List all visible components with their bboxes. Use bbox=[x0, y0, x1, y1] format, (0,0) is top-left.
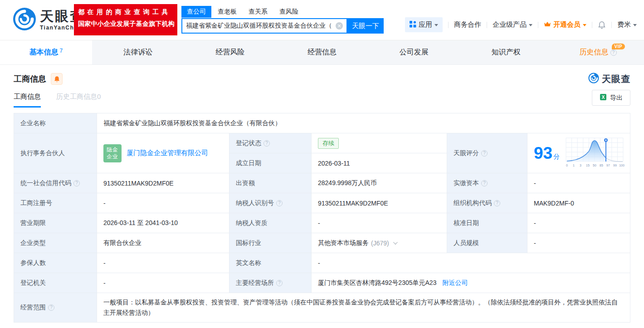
svg-text:1: 1 bbox=[573, 164, 575, 167]
field-label-tianyan-score: 天眼评分 ? bbox=[447, 133, 527, 173]
field-label-main-premises: 主要经营场所 ? bbox=[229, 273, 312, 293]
field-value-national-industry: 其他资本市场服务 (J679) bbox=[312, 233, 447, 253]
tab-company-development[interactable]: 公司发展 bbox=[368, 40, 460, 64]
field-value-registration-status: 存续 bbox=[312, 133, 447, 153]
score-distribution-chart[interactable]: 0 1 3 15 50 85 97 99 100 bbox=[564, 136, 626, 170]
chevron-down-icon bbox=[583, 24, 586, 26]
help-icon[interactable]: ? bbox=[263, 140, 270, 147]
nav-open-vip[interactable]: 开通会员 bbox=[544, 20, 586, 29]
export-button[interactable]: X 导出 bbox=[592, 90, 630, 106]
nav-divider bbox=[611, 22, 612, 28]
watermark-text: 天眼查 bbox=[602, 73, 630, 85]
field-value-contribution: 28249.9998万人民币 bbox=[312, 173, 447, 193]
chevron-down-icon bbox=[434, 24, 438, 26]
nav-business-cooperation[interactable]: 商务合作 bbox=[454, 20, 481, 29]
tab-operating-risk[interactable]: 经营风险 bbox=[184, 40, 276, 64]
field-label-staff-size: 人员规模 bbox=[447, 233, 527, 253]
field-label-business-scope: 经营范围 ? bbox=[14, 293, 97, 322]
svg-text:100: 100 bbox=[619, 164, 624, 167]
field-label-company-name: 企业名称 bbox=[14, 113, 97, 133]
help-icon[interactable]: ? bbox=[276, 280, 283, 286]
nav-enterprise-products[interactable]: 企业级产品 bbox=[493, 20, 532, 29]
svg-text:99: 99 bbox=[613, 164, 617, 167]
help-icon[interactable]: ? bbox=[276, 200, 283, 206]
help-icon[interactable]: ? bbox=[48, 304, 54, 311]
nav-user-menu[interactable]: 费米 bbox=[617, 20, 637, 29]
field-label-taxpayer-id: 纳税人识别号 ? bbox=[229, 193, 312, 213]
field-value-executive-partner: 隐金 企业 厦门隐金企业管理有限公司 bbox=[97, 133, 229, 173]
svg-text:15: 15 bbox=[586, 164, 590, 167]
section-header: 工商信息 天眼查 bbox=[14, 73, 630, 85]
field-value-establish-date: 2026-03-11 bbox=[312, 153, 447, 173]
field-label-registration-number: 工商注册号 bbox=[14, 193, 97, 213]
chevron-down-icon bbox=[633, 24, 637, 26]
tab-legal[interactable]: 法律诉讼 bbox=[92, 40, 184, 64]
company-tabbar: 基本信息 7 法律诉讼 经营风险 经营信息 公司发展 知识产权 VIP 历史信息… bbox=[0, 40, 644, 65]
subtab-history-business-info[interactable]: 历史工商信息0 bbox=[56, 93, 101, 108]
field-value-main-premises: 厦门市集美区杏林湾路492号2305单元A23 附近公司 bbox=[312, 273, 630, 293]
label-text: 组织机构代码 bbox=[454, 199, 492, 207]
tab-operating-info[interactable]: 经营信息 bbox=[276, 40, 368, 64]
tianyancha-logo-icon bbox=[13, 7, 36, 33]
search-area: 查公司 查老板 查关系 查风险 ✕ 天眼一下 bbox=[181, 6, 384, 34]
banner-line2: 国家中小企业发展子基金旗下机构 bbox=[78, 20, 174, 28]
nav-enterprise-label: 企业级产品 bbox=[493, 20, 527, 29]
nav-divider bbox=[592, 22, 592, 28]
search-tab-risk[interactable]: 查风险 bbox=[274, 6, 304, 18]
notification-bell-icon[interactable] bbox=[598, 21, 606, 29]
field-value-approval-date: - bbox=[527, 213, 630, 233]
scope-text: 一般项目：以私募基金从事股权投资、投资管理、资产管理等活动（须在中国证券投资基金… bbox=[103, 297, 624, 318]
svg-text:50: 50 bbox=[593, 164, 596, 167]
label-text: 天眼评分 bbox=[454, 149, 479, 157]
nav-divider bbox=[448, 22, 449, 28]
tab-history-info[interactable]: VIP 历史信息 ? bbox=[552, 40, 644, 64]
watermark-logo-icon bbox=[588, 73, 599, 85]
subtab-business-info[interactable]: 工商信息 bbox=[14, 93, 41, 108]
field-label-registration-status: 登记状态 ? bbox=[229, 133, 312, 153]
excel-icon: X bbox=[600, 93, 607, 102]
field-value-registration-number: - bbox=[97, 193, 229, 213]
help-icon[interactable]: ? bbox=[481, 180, 488, 186]
field-label-establish-date: 成立日期 bbox=[229, 153, 312, 173]
tab-history-label: 历史信息 bbox=[580, 48, 609, 57]
field-value-taxpayer-qualification: - bbox=[312, 213, 447, 233]
field-value-company-name: 福建省紫金矿业隐山双循环股权投资基金合伙企业（有限合伙） bbox=[97, 113, 630, 133]
partner-company-link[interactable]: 厦门隐金企业管理有限公司 bbox=[127, 149, 208, 157]
field-label-insured-count: 参保人数 bbox=[14, 253, 97, 273]
watermark-logo: 天眼查 bbox=[588, 73, 630, 85]
business-info-table: 企业名称 福建省紫金矿业隐山双循环股权投资基金合伙企业（有限合伙） 执行事务合伙… bbox=[14, 113, 630, 323]
label-text: 经营范围 bbox=[20, 304, 46, 312]
search-tab-company[interactable]: 查公司 bbox=[181, 6, 211, 18]
nav-apps[interactable]: 应用 bbox=[405, 17, 443, 32]
search-tabs: 查公司 查老板 查关系 查风险 bbox=[181, 6, 384, 18]
field-value-business-term: 2026-03-11 至 2041-03-10 bbox=[97, 213, 229, 233]
partner-logo-avatar[interactable]: 隐金 企业 bbox=[103, 144, 122, 162]
search-box: ✕ bbox=[181, 18, 347, 34]
nav-divider bbox=[538, 22, 538, 28]
banner-line1: 都在用的商业查询工具 bbox=[78, 8, 174, 16]
help-icon[interactable]: ? bbox=[494, 200, 500, 206]
svg-text:0: 0 bbox=[566, 164, 568, 167]
tab-intellectual-property[interactable]: 知识产权 bbox=[460, 40, 552, 64]
tab-basic-info[interactable]: 基本信息 7 bbox=[0, 40, 92, 64]
search-input[interactable] bbox=[182, 22, 336, 29]
field-value-tianyan-score: 93分 0 1 bbox=[527, 133, 630, 173]
address-text: 厦门市集美区杏林湾路492号2305单元A23 bbox=[318, 279, 436, 287]
search-button[interactable]: 天眼一下 bbox=[347, 18, 384, 34]
chevron-down-icon[interactable] bbox=[393, 240, 398, 245]
search-tab-relation[interactable]: 查关系 bbox=[243, 6, 273, 18]
label-text: 实缴资本 bbox=[454, 179, 479, 187]
help-icon[interactable]: ? bbox=[481, 150, 488, 157]
search-tab-boss[interactable]: 查老板 bbox=[212, 6, 242, 18]
help-icon[interactable]: ? bbox=[73, 180, 80, 186]
nav-divider bbox=[487, 22, 487, 28]
field-value-insured-count: - bbox=[97, 253, 229, 273]
field-value-english-name: - bbox=[312, 253, 630, 273]
nav-username: 费米 bbox=[617, 20, 631, 29]
crown-icon bbox=[544, 21, 551, 29]
help-icon[interactable]: ? bbox=[610, 49, 617, 56]
field-label-registration-authority: 登记机关 bbox=[14, 273, 97, 293]
nearby-companies-link[interactable]: 附近公司 bbox=[442, 279, 468, 287]
clear-search-icon[interactable]: ✕ bbox=[336, 22, 343, 29]
monitor-bell-icon[interactable] bbox=[51, 73, 63, 85]
